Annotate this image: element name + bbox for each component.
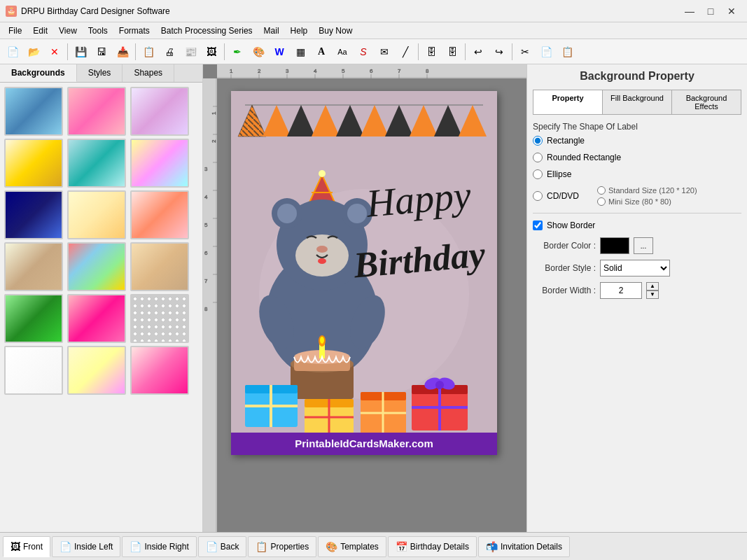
save-as-button[interactable]: 🖫 bbox=[92, 42, 111, 62]
bg-thumb-12[interactable] bbox=[130, 242, 189, 291]
shape-ellipse-label: Ellipse bbox=[547, 169, 571, 179]
minimize-button[interactable]: — bbox=[680, 3, 699, 20]
bg-thumb-7[interactable] bbox=[4, 190, 63, 239]
tab-birthday-details[interactable]: 📅 Birthday Details bbox=[388, 536, 477, 557]
email-button[interactable]: ✉ bbox=[375, 42, 394, 62]
shape-rounded-radio[interactable] bbox=[533, 153, 543, 162]
pen-button[interactable]: ✒ bbox=[228, 42, 247, 62]
show-border-checkbox[interactable] bbox=[533, 220, 543, 230]
shape-cd[interactable]: CD/DVD Standard Size (120 * 120) Mini Si… bbox=[533, 186, 741, 206]
bg-thumb-14[interactable] bbox=[67, 294, 126, 343]
menu-batch[interactable]: Batch Processing Series bbox=[155, 24, 258, 37]
close-doc-button[interactable]: ✕ bbox=[45, 42, 64, 62]
cd-standard[interactable]: Standard Size (120 * 120) bbox=[597, 186, 697, 195]
shape-ellipse-radio[interactable] bbox=[533, 169, 543, 179]
redo-button[interactable]: ↪ bbox=[489, 42, 509, 62]
bg-thumb-6[interactable] bbox=[130, 139, 189, 188]
tab-front[interactable]: 🖼 Front bbox=[3, 536, 50, 557]
divider-1 bbox=[533, 213, 741, 214]
insert-image-button[interactable]: 🖼 bbox=[202, 42, 221, 62]
menu-tools[interactable]: Tools bbox=[83, 24, 113, 37]
menu-mail[interactable]: Mail bbox=[258, 24, 285, 37]
tab-back[interactable]: 📄 Back bbox=[198, 536, 247, 557]
inside-right-label: Inside Right bbox=[144, 542, 188, 552]
text2-button[interactable]: Aa bbox=[333, 42, 352, 62]
line-button[interactable]: ╱ bbox=[396, 42, 415, 62]
bg-thumb-4[interactable] bbox=[4, 139, 63, 188]
bg-thumb-10[interactable] bbox=[4, 242, 63, 291]
cut-button[interactable]: ✂ bbox=[515, 42, 535, 62]
import-button[interactable]: 📥 bbox=[113, 42, 132, 62]
db2-button[interactable]: 🗄 bbox=[442, 42, 462, 62]
border-width-input[interactable] bbox=[600, 282, 642, 299]
shape-rounded-rect[interactable]: Rounded Rectangle bbox=[533, 153, 741, 162]
tab-templates[interactable]: 🎨 Templates bbox=[318, 536, 386, 557]
paste-button[interactable]: 📋 bbox=[557, 42, 577, 62]
tab-properties[interactable]: 📋 Properties bbox=[248, 536, 316, 557]
border-color-picker[interactable] bbox=[600, 237, 629, 254]
shape-rectangle-radio[interactable] bbox=[533, 136, 543, 146]
menu-view[interactable]: View bbox=[53, 24, 83, 37]
barcode-button[interactable]: ▦ bbox=[291, 42, 310, 62]
menu-formats[interactable]: Formats bbox=[113, 24, 155, 37]
border-style-select[interactable]: Solid Dashed Dotted bbox=[600, 260, 670, 276]
svg-text:PrintableIdCardsMaker.com: PrintableIdCardsMaker.com bbox=[295, 438, 433, 449]
tab-inside-left[interactable]: 📄 Inside Left bbox=[52, 536, 120, 557]
bg-thumb-17[interactable] bbox=[67, 346, 126, 395]
print-button[interactable]: 🖨 bbox=[160, 42, 179, 62]
tab-background-effects[interactable]: Background Effects bbox=[672, 90, 741, 114]
shape-cd-radio[interactable] bbox=[533, 191, 543, 201]
bg-thumb-1[interactable] bbox=[4, 87, 63, 136]
shape-ellipse[interactable]: Ellipse bbox=[533, 169, 741, 179]
svg-point-77 bbox=[320, 337, 324, 344]
maximize-button[interactable]: □ bbox=[701, 3, 720, 20]
tab-shapes[interactable]: Shapes bbox=[123, 64, 174, 82]
tab-invitation-details[interactable]: 📬 Invitation Details bbox=[478, 536, 570, 557]
menu-help[interactable]: Help bbox=[285, 24, 314, 37]
bg-thumb-8[interactable] bbox=[67, 190, 126, 239]
bg-thumb-16[interactable] bbox=[4, 346, 63, 395]
copy2-button[interactable]: 📄 bbox=[536, 42, 556, 62]
clip-art-button[interactable]: 🎨 bbox=[249, 42, 268, 62]
tab-backgrounds[interactable]: Backgrounds bbox=[0, 64, 77, 82]
cd-mini-radio[interactable] bbox=[597, 197, 606, 206]
bg-thumb-18[interactable] bbox=[130, 346, 189, 395]
word-art-button[interactable]: W bbox=[270, 42, 289, 62]
signature-button[interactable]: S bbox=[354, 42, 373, 62]
db1-button[interactable]: 🗄 bbox=[421, 42, 441, 62]
bg-thumb-11[interactable] bbox=[67, 242, 126, 291]
border-width-up[interactable]: ▲ bbox=[646, 282, 659, 290]
show-border-row[interactable]: Show Border bbox=[533, 220, 741, 230]
left-panel: Backgrounds Styles Shapes bbox=[0, 64, 203, 532]
bg-thumb-9[interactable] bbox=[130, 190, 189, 239]
canvas-area[interactable]: 1 2 3 4 5 6 7 8 1 2 3 4 bbox=[203, 64, 526, 532]
cd-standard-radio[interactable] bbox=[597, 186, 606, 195]
tab-property[interactable]: Property bbox=[533, 90, 603, 114]
border-width-down[interactable]: ▼ bbox=[646, 290, 659, 299]
open-button[interactable]: 📂 bbox=[24, 42, 43, 62]
close-button[interactable]: ✕ bbox=[722, 3, 741, 20]
tab-styles[interactable]: Styles bbox=[77, 64, 123, 82]
card-canvas[interactable]: Happy Birthday bbox=[231, 91, 497, 455]
new-button[interactable]: 📄 bbox=[3, 42, 22, 62]
svg-point-68 bbox=[318, 258, 326, 264]
border-color-dots-button[interactable]: ... bbox=[634, 237, 653, 254]
menu-edit[interactable]: Edit bbox=[27, 24, 53, 37]
shape-rectangle[interactable]: Rectangle bbox=[533, 136, 741, 146]
menu-file[interactable]: File bbox=[3, 24, 27, 37]
preview-button[interactable]: 📰 bbox=[181, 42, 200, 62]
tab-inside-right[interactable]: 📄 Inside Right bbox=[122, 536, 196, 557]
save-button[interactable]: 💾 bbox=[71, 42, 90, 62]
bg-thumb-15[interactable] bbox=[130, 294, 189, 343]
copy-button[interactable]: 📋 bbox=[139, 42, 158, 62]
bg-thumb-13[interactable] bbox=[4, 294, 63, 343]
templates-tab-label: Templates bbox=[340, 542, 379, 552]
undo-button[interactable]: ↩ bbox=[468, 42, 488, 62]
bg-thumb-3[interactable] bbox=[130, 87, 189, 136]
cd-mini[interactable]: Mini Size (80 * 80) bbox=[597, 197, 697, 206]
text-button[interactable]: A bbox=[312, 42, 331, 62]
bg-thumb-2[interactable] bbox=[67, 87, 126, 136]
tab-fill-background[interactable]: Fill Background bbox=[603, 90, 672, 114]
menu-buynow[interactable]: Buy Now bbox=[313, 24, 358, 37]
bg-thumb-5[interactable] bbox=[67, 139, 126, 188]
